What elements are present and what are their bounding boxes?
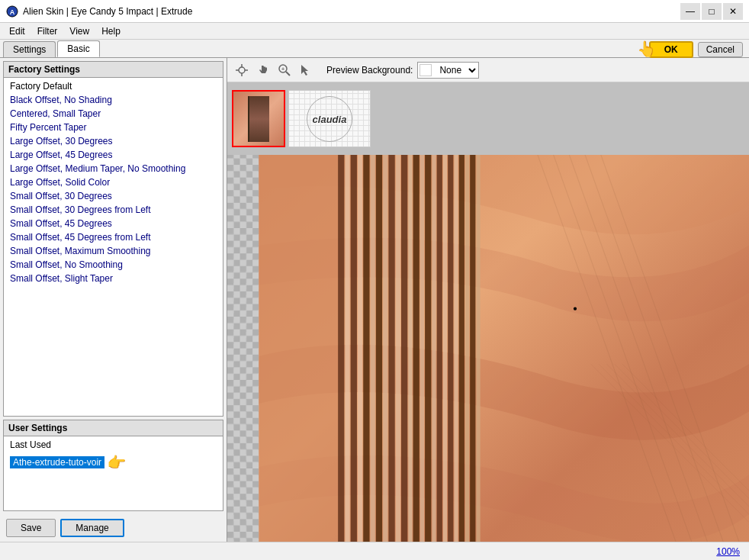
right-panel: + Preview Background: None White Black G…	[227, 58, 749, 542]
save-button[interactable]: Save	[6, 519, 56, 537]
list-item[interactable]: Large Offset, Medium Taper, No Smoothing	[4, 162, 223, 175]
main-preview[interactable]	[227, 155, 749, 542]
preview-bg-swatch	[420, 64, 432, 76]
menu-view[interactable]: View	[63, 24, 95, 38]
svg-point-2	[239, 67, 245, 73]
svg-rect-17	[345, 155, 349, 542]
toolbar-row: + Preview Background: None White Black G…	[227, 58, 749, 82]
svg-text:+: +	[281, 66, 284, 72]
user-preset-name[interactable]: Athe-extrude-tuto-voir	[10, 456, 104, 468]
svg-rect-24	[388, 155, 394, 542]
list-item[interactable]: Small Offset, Slight Taper	[4, 272, 223, 285]
list-item[interactable]: Small Offset, No Smoothing	[4, 258, 223, 272]
factory-settings-header: Factory Settings	[4, 62, 223, 78]
svg-rect-35	[454, 155, 458, 542]
svg-rect-27	[408, 155, 412, 542]
list-item[interactable]: Fifty Percent Taper	[4, 121, 223, 134]
svg-rect-21	[371, 155, 375, 542]
list-item[interactable]: Centered, Small Taper	[4, 107, 223, 121]
list-item[interactable]: Black Offset, No Shading	[4, 93, 223, 107]
preview-bg-select-wrapper[interactable]: None White Black Gray	[417, 62, 479, 79]
menu-bar: Edit Filter View Help	[0, 23, 749, 40]
factory-settings-section: Factory Settings Factory Default Black O…	[3, 61, 223, 417]
svg-line-8	[286, 72, 290, 76]
tool-select-button[interactable]	[232, 60, 252, 80]
title-bar: A Alien Skin | Eye Candy 5 Impact | Extr…	[0, 0, 749, 23]
svg-rect-32	[437, 155, 442, 542]
svg-text:A: A	[10, 8, 15, 16]
preview-bg-label: Preview Background:	[326, 65, 413, 76]
app-icon: A	[6, 5, 18, 18]
menu-filter[interactable]: Filter	[31, 24, 64, 38]
pointer-tool-button[interactable]	[296, 60, 316, 80]
svg-rect-26	[401, 155, 407, 542]
maximize-button[interactable]: □	[702, 3, 722, 20]
extrude-preview-svg	[227, 155, 749, 542]
user-settings-content: Last Used Athe-extrude-tuto-voir 👈	[4, 436, 223, 510]
list-item[interactable]: Small Offset, 30 Degrees	[4, 189, 223, 203]
thumbnail-preview[interactable]	[232, 90, 285, 147]
manage-button[interactable]: Manage	[60, 519, 124, 537]
factory-settings-list[interactable]: Factory Default Black Offset, No Shading…	[4, 78, 223, 416]
list-item[interactable]: Large Offset, 45 Degrees	[4, 148, 223, 162]
tab-basic[interactable]: Basic	[57, 40, 99, 57]
list-item[interactable]: Small Offset, 45 Degrees	[4, 217, 223, 230]
svg-rect-23	[383, 155, 387, 542]
list-item[interactable]: Factory Default	[4, 79, 223, 93]
thumbnail-strip: claudia	[227, 82, 749, 155]
minimize-button[interactable]: —	[680, 3, 700, 20]
svg-rect-19	[358, 155, 362, 542]
svg-rect-16	[338, 155, 344, 542]
svg-rect-33	[443, 155, 447, 542]
svg-point-51	[574, 307, 577, 311]
watermark-preview: claudia	[288, 90, 371, 147]
svg-rect-34	[448, 155, 453, 542]
list-item[interactable]: Small Offset, 45 Degrees from Left	[4, 230, 223, 244]
preview-bg-select[interactable]: None White Black Gray	[433, 64, 478, 76]
svg-rect-25	[396, 155, 400, 542]
svg-rect-18	[351, 155, 357, 542]
svg-rect-20	[363, 155, 369, 542]
svg-rect-31	[432, 155, 436, 542]
svg-rect-29	[420, 155, 424, 542]
svg-rect-22	[376, 155, 382, 542]
left-panel: Factory Settings Factory Default Black O…	[0, 58, 227, 542]
preview-area: claudia	[227, 82, 749, 542]
list-item[interactable]: Large Offset, Solid Color	[4, 175, 223, 189]
user-settings-section: User Settings Last Used Athe-extrude-tut…	[3, 420, 223, 511]
svg-rect-36	[459, 155, 465, 542]
zoom-level[interactable]: 100%	[716, 546, 740, 557]
svg-rect-40	[259, 155, 338, 542]
menu-help[interactable]: Help	[95, 24, 127, 38]
zoom-tool-button[interactable]: +	[275, 60, 294, 80]
svg-rect-38	[470, 155, 475, 542]
tabs-row: Settings Basic 👆 OK Cancel	[0, 40, 749, 58]
hand-tool-button[interactable]	[253, 60, 273, 80]
menu-edit[interactable]: Edit	[3, 24, 31, 38]
close-button[interactable]: ✕	[723, 3, 743, 20]
svg-rect-39	[476, 155, 480, 542]
svg-rect-30	[425, 155, 431, 542]
svg-rect-28	[413, 155, 420, 542]
arrow-icon: 👈	[108, 453, 127, 471]
list-item[interactable]: Small Offset, 30 Degrees from Left	[4, 203, 223, 217]
user-preset-item: Athe-extrude-tuto-voir 👈	[10, 453, 127, 471]
tab-settings[interactable]: Settings	[3, 41, 56, 57]
cancel-button[interactable]: Cancel	[698, 42, 743, 57]
list-item[interactable]: Large Offset, 30 Degrees	[4, 134, 223, 148]
last-used-label: Last Used	[10, 439, 217, 450]
status-bar: 100%	[0, 542, 749, 560]
main-content: Factory Settings Factory Default Black O…	[0, 58, 749, 542]
list-item[interactable]: Small Offset, Maximum Smoothing	[4, 244, 223, 258]
svg-rect-37	[465, 155, 469, 542]
window-title: Alien Skin | Eye Candy 5 Impact | Extrud…	[23, 6, 192, 17]
ok-button[interactable]: 👆 OK	[649, 41, 693, 58]
bottom-buttons: Save Manage	[0, 514, 227, 542]
user-settings-header: User Settings	[4, 420, 223, 436]
